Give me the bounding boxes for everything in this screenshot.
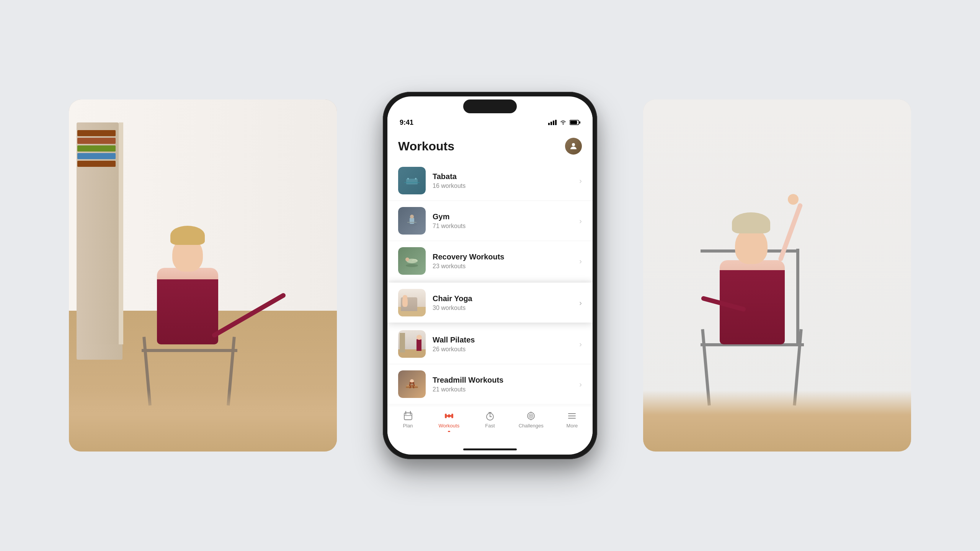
workout-info-treadmill: Treadmill Workouts 21 workouts: [433, 376, 572, 393]
tab-bar: Plan Workouts: [387, 406, 593, 444]
recovery-thumb-icon: [403, 254, 420, 268]
workout-count-chair-yoga: 30 workouts: [433, 305, 572, 311]
svg-point-14: [410, 215, 414, 218]
tab-workouts-active-dot: [448, 431, 450, 432]
thumbnail-chair-yoga: [398, 289, 426, 316]
fast-icon: [485, 411, 495, 421]
thumbnail-gym: [398, 207, 426, 235]
top-area: [387, 96, 593, 113]
tab-workouts[interactable]: Workouts: [428, 411, 469, 432]
thumbnail-recovery: [398, 247, 426, 275]
workout-name-chair-yoga: Chair Yoga: [433, 294, 572, 303]
workout-info-wall-pilates: Wall Pilates 26 workouts: [433, 336, 572, 353]
tab-challenges[interactable]: Challenges: [511, 411, 552, 429]
tab-more-label: More: [567, 423, 578, 429]
workout-list: Tabata 16 workouts ›: [387, 158, 593, 406]
home-indicator: [387, 444, 593, 455]
workout-item-treadmill[interactable]: Treadmill Workouts 21 workouts ›: [387, 364, 593, 404]
workouts-svg-icon: [444, 411, 454, 421]
left-photo-content: [69, 99, 337, 452]
more-svg-icon: [567, 411, 577, 421]
right-photo-card: [643, 99, 911, 452]
tab-workouts-label: Workouts: [438, 423, 459, 429]
svg-rect-9: [407, 178, 409, 179]
fast-svg-icon: [485, 411, 495, 421]
treadmill-thumb-icon: [403, 377, 420, 391]
workout-count-treadmill: 21 workouts: [433, 386, 572, 393]
tab-more[interactable]: More: [552, 411, 593, 429]
profile-avatar[interactable]: [565, 138, 582, 155]
workout-count-wall-pilates: 26 workouts: [433, 346, 572, 353]
workout-item-recovery[interactable]: Recovery Workouts 23 workouts ›: [387, 241, 593, 281]
right-photo-content: [643, 99, 911, 452]
status-bar: 9:41: [387, 113, 593, 132]
svg-rect-2: [553, 121, 554, 125]
page-title: Workouts: [398, 139, 454, 153]
workout-name-treadmill: Treadmill Workouts: [433, 376, 572, 385]
svg-point-7: [572, 143, 575, 146]
workout-item-gym[interactable]: Gym 71 workouts ›: [387, 201, 593, 241]
status-time: 9:41: [400, 119, 413, 127]
scene: 9:41: [69, 46, 911, 505]
thumbnail-tabata: [398, 167, 426, 194]
tab-fast-label: Fast: [485, 423, 495, 429]
left-photo-card: [69, 99, 337, 452]
tabata-thumb-icon: [404, 175, 420, 186]
gym-thumb-icon: [404, 214, 420, 228]
chevron-wall-pilates: ›: [579, 340, 582, 349]
chevron-recovery: ›: [579, 257, 582, 266]
workout-info-chair-yoga: Chair Yoga 30 workouts: [433, 294, 572, 311]
app-header: Workouts: [387, 132, 593, 158]
svg-point-18: [405, 258, 409, 261]
svg-rect-5: [570, 121, 577, 124]
battery-icon: [570, 120, 580, 125]
status-icons: [548, 120, 580, 125]
workout-name-recovery: Recovery Workouts: [433, 253, 572, 261]
svg-point-16: [406, 264, 418, 267]
chevron-treadmill: ›: [579, 380, 582, 389]
thumbnail-treadmill: [398, 370, 426, 398]
chevron-tabata: ›: [579, 176, 582, 185]
workout-count-gym: 71 workouts: [433, 223, 572, 230]
svg-rect-29: [446, 415, 452, 417]
bookshelf-side: [119, 122, 123, 344]
workouts-icon: [444, 411, 454, 421]
workout-count-tabata: 16 workouts: [433, 183, 572, 189]
thumbnail-wall-pilates: [398, 330, 426, 358]
svg-rect-8: [406, 179, 418, 184]
workout-info-tabata: Tabata 16 workouts: [433, 172, 572, 189]
wifi-icon: [560, 120, 567, 125]
workout-item-chair-yoga[interactable]: Chair Yoga 30 workouts ›: [387, 283, 593, 323]
tab-challenges-label: Challenges: [519, 423, 544, 429]
tab-plan-label: Plan: [403, 423, 413, 429]
svg-rect-0: [548, 123, 550, 125]
plan-icon: [403, 411, 413, 421]
svg-point-37: [530, 415, 532, 417]
tab-plan[interactable]: Plan: [387, 411, 428, 429]
tab-fast[interactable]: Fast: [469, 411, 510, 429]
more-icon: [567, 411, 577, 421]
workout-item-tabata[interactable]: Tabata 16 workouts ›: [387, 161, 593, 201]
challenges-icon: [526, 411, 536, 421]
plan-svg-icon: [403, 411, 413, 421]
svg-rect-20: [406, 386, 418, 388]
workout-item-wall-pilates[interactable]: Wall Pilates 26 workouts ›: [387, 324, 593, 364]
home-bar: [463, 448, 517, 450]
workout-info-recovery: Recovery Workouts 23 workouts: [433, 253, 572, 270]
challenges-svg-icon: [526, 411, 536, 421]
workout-count-recovery: 23 workouts: [433, 263, 572, 270]
svg-rect-6: [579, 121, 580, 124]
workout-name-tabata: Tabata: [433, 172, 572, 181]
phone-screen: 9:41: [387, 96, 593, 455]
signal-icon: [548, 120, 557, 125]
chevron-chair-yoga: ›: [579, 298, 582, 307]
phone-device: 9:41: [383, 92, 597, 459]
workout-name-wall-pilates: Wall Pilates: [433, 336, 572, 344]
workout-info-gym: Gym 71 workouts: [433, 212, 572, 230]
chevron-gym: ›: [579, 217, 582, 225]
dynamic-island: [463, 99, 517, 113]
svg-rect-13: [410, 218, 414, 224]
svg-rect-10: [415, 178, 416, 179]
svg-rect-3: [555, 120, 557, 125]
svg-rect-1: [550, 122, 552, 125]
